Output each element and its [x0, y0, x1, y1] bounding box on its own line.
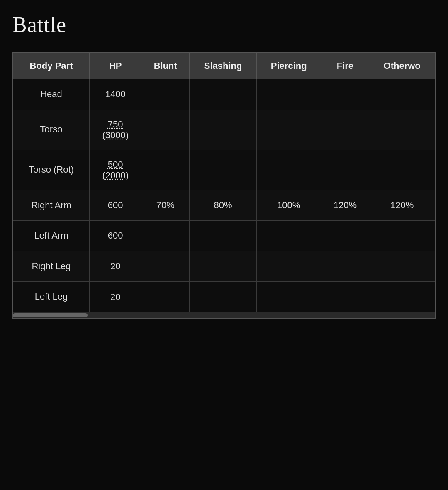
cell-piercing	[256, 251, 321, 282]
cell-slashing	[190, 282, 257, 312]
cell-blunt	[141, 150, 190, 190]
scrollbar-thumb[interactable]	[13, 313, 88, 317]
cell-body-part: Left Arm	[13, 221, 90, 251]
cell-fire	[321, 79, 369, 110]
cell-body-part: Right Arm	[13, 190, 90, 221]
cell-body-part: Torso	[13, 110, 90, 150]
cell-blunt	[141, 221, 190, 251]
cell-piercing	[256, 110, 321, 150]
table-row: Right Leg20	[13, 251, 435, 282]
col-header-hp: HP	[90, 53, 141, 79]
cell-hp: 600	[90, 190, 141, 221]
cell-slashing: 80%	[190, 190, 257, 221]
cell-body-part: Head	[13, 79, 90, 110]
cell-otherwo	[369, 150, 435, 190]
cell-piercing: 100%	[256, 190, 321, 221]
cell-body-part: Torso (Rot)	[13, 150, 90, 190]
cell-hp: 20	[90, 251, 141, 282]
cell-hp: 20	[90, 282, 141, 312]
cell-blunt	[141, 110, 190, 150]
cell-blunt	[141, 251, 190, 282]
cell-hp: 600	[90, 221, 141, 251]
cell-piercing	[256, 221, 321, 251]
cell-otherwo	[369, 110, 435, 150]
table-header-row: Body Part HP Blunt Slashing Piercing Fir…	[13, 53, 435, 79]
battle-table-wrapper: Body Part HP Blunt Slashing Piercing Fir…	[12, 52, 436, 319]
col-header-body-part: Body Part	[13, 53, 90, 79]
cell-blunt	[141, 79, 190, 110]
cell-otherwo	[369, 79, 435, 110]
cell-blunt: 70%	[141, 190, 190, 221]
table-row: Left Leg20	[13, 282, 435, 312]
col-header-otherwo: Otherwo	[369, 53, 435, 79]
cell-blunt	[141, 282, 190, 312]
cell-piercing	[256, 282, 321, 312]
col-header-piercing: Piercing	[256, 53, 321, 79]
page-title: Battle	[12, 12, 436, 37]
cell-fire: 120%	[321, 190, 369, 221]
cell-fire	[321, 251, 369, 282]
horizontal-scrollbar[interactable]	[13, 312, 435, 318]
cell-piercing	[256, 79, 321, 110]
cell-body-part: Left Leg	[13, 282, 90, 312]
cell-slashing	[190, 251, 257, 282]
table-row: Torso (Rot)500 (2000)	[13, 150, 435, 190]
cell-body-part: Right Leg	[13, 251, 90, 282]
cell-fire	[321, 110, 369, 150]
cell-fire	[321, 282, 369, 312]
cell-fire	[321, 221, 369, 251]
col-header-slashing: Slashing	[190, 53, 257, 79]
table-row: Head1400	[13, 79, 435, 110]
cell-slashing	[190, 79, 257, 110]
cell-fire	[321, 150, 369, 190]
table-row: Right Arm60070%80%100%120%120%	[13, 190, 435, 221]
title-divider	[12, 42, 436, 42]
battle-table: Body Part HP Blunt Slashing Piercing Fir…	[13, 53, 435, 312]
cell-hp: 1400	[90, 79, 141, 110]
table-row: Torso750 (3000)	[13, 110, 435, 150]
cell-otherwo	[369, 251, 435, 282]
cell-piercing	[256, 150, 321, 190]
cell-hp: 750 (3000)	[90, 110, 141, 150]
table-row: Left Arm600	[13, 221, 435, 251]
cell-slashing	[190, 221, 257, 251]
cell-otherwo: 120%	[369, 190, 435, 221]
cell-slashing	[190, 150, 257, 190]
col-header-fire: Fire	[321, 53, 369, 79]
cell-otherwo	[369, 282, 435, 312]
cell-hp: 500 (2000)	[90, 150, 141, 190]
cell-slashing	[190, 110, 257, 150]
cell-otherwo	[369, 221, 435, 251]
col-header-blunt: Blunt	[141, 53, 190, 79]
